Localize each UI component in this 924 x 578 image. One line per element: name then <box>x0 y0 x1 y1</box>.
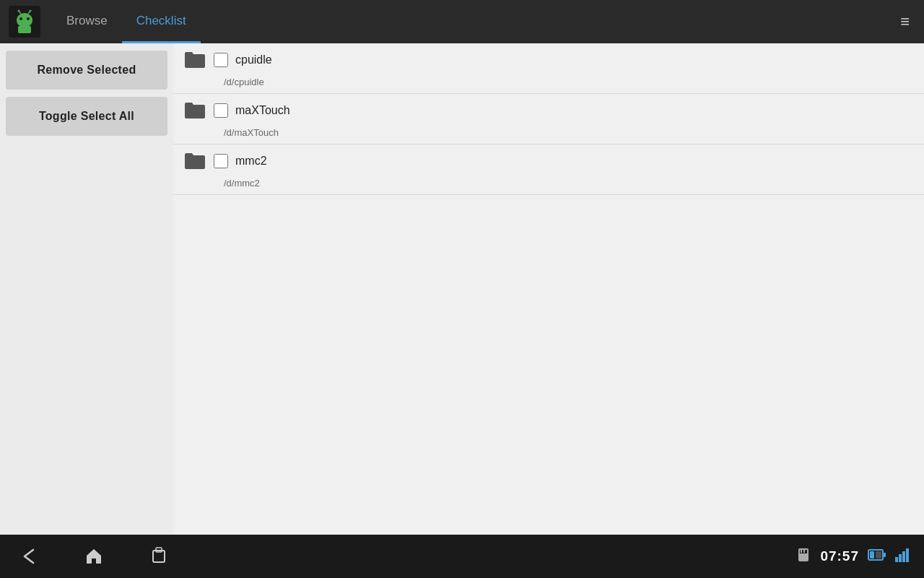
recents-icon <box>149 546 169 566</box>
nav-left <box>14 542 173 571</box>
svg-rect-18 <box>876 551 881 558</box>
remove-selected-button[interactable]: Remove Selected <box>6 51 167 90</box>
file-path-maxtouch: /d/maXTouch <box>214 127 924 144</box>
battery-icon <box>868 547 886 566</box>
svg-rect-14 <box>803 550 805 553</box>
folder-icon <box>183 152 206 171</box>
svg-rect-22 <box>906 548 909 562</box>
home-icon <box>84 546 104 566</box>
file-name-maxtouch: maXTouch <box>235 104 290 117</box>
svg-point-3 <box>27 17 30 20</box>
toggle-select-all-button[interactable]: Toggle Select All <box>6 97 167 136</box>
file-list: cpuidle /d/cpuidle maXTouch /d/maXTouch <box>173 43 924 535</box>
svg-point-6 <box>18 10 20 12</box>
list-item: cpuidle /d/cpuidle <box>173 43 924 94</box>
svg-point-7 <box>30 10 32 12</box>
list-item: mmc2 /d/mmc2 <box>173 144 924 195</box>
tab-checklist[interactable]: Checklist <box>122 0 201 43</box>
recents-button[interactable] <box>144 542 173 571</box>
nav-bar: 07:57 <box>0 535 924 578</box>
svg-rect-19 <box>895 557 898 562</box>
app-logo <box>9 6 40 38</box>
tab-container: Browse Checklist <box>52 0 201 43</box>
svg-rect-16 <box>883 553 886 557</box>
file-path-cpuidle: /d/cpuidle <box>214 77 924 93</box>
tab-browse[interactable]: Browse <box>52 0 122 43</box>
back-icon <box>19 546 39 566</box>
app-bar: Browse Checklist ≡ <box>0 0 924 43</box>
file-path-mmc2: /d/mmc2 <box>214 178 924 194</box>
hamburger-icon: ≡ <box>900 12 910 30</box>
list-item: maXTouch /d/maXTouch <box>173 94 924 144</box>
file-name-mmc2: mmc2 <box>235 155 267 168</box>
svg-rect-17 <box>870 551 874 558</box>
svg-rect-21 <box>902 551 905 562</box>
svg-point-2 <box>19 17 22 20</box>
main-content: Remove Selected Toggle Select All cpuidl… <box>0 43 924 535</box>
svg-point-1 <box>17 13 32 27</box>
nav-right: 07:57 <box>796 547 910 566</box>
sidebar: Remove Selected Toggle Select All <box>0 43 173 535</box>
svg-rect-13 <box>801 550 802 553</box>
svg-rect-20 <box>899 554 902 562</box>
sd-card-icon <box>796 547 811 566</box>
folder-icon <box>183 101 206 120</box>
file-checkbox-cpuidle[interactable] <box>214 53 228 67</box>
back-button[interactable] <box>14 542 43 571</box>
file-checkbox-maxtouch[interactable] <box>214 103 228 118</box>
file-name-cpuidle: cpuidle <box>235 53 272 66</box>
menu-icon-button[interactable]: ≡ <box>894 7 915 37</box>
status-bar-time: 07:57 <box>820 548 859 564</box>
folder-icon <box>183 51 206 69</box>
svg-rect-8 <box>18 26 31 33</box>
signal-icon <box>895 547 910 566</box>
home-button[interactable] <box>79 542 108 571</box>
file-checkbox-mmc2[interactable] <box>214 154 228 168</box>
